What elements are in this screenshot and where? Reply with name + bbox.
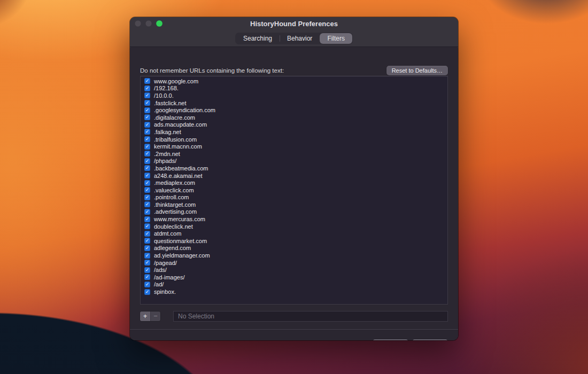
tab-searching[interactable]: Searching (236, 33, 280, 44)
filter-checkbox[interactable]: ✓ (144, 78, 150, 84)
tab-segmented-control: Searching Behavior Filters (235, 33, 353, 44)
filter-row[interactable]: ✓/phpads/ (141, 158, 447, 165)
filter-text: adlegend.com (154, 245, 191, 251)
filter-row[interactable]: ✓spinbox. (141, 288, 447, 295)
filter-checkbox[interactable]: ✓ (144, 267, 150, 273)
tab-behavior[interactable]: Behavior (280, 33, 320, 44)
filter-checkbox[interactable]: ✓ (144, 129, 150, 135)
filter-checkbox[interactable]: ✓ (144, 114, 150, 120)
filter-text: /10.0.0. (154, 92, 174, 99)
filter-row[interactable]: ✓.advertising.com (141, 208, 447, 216)
filter-text: kermit.macnn.com (154, 143, 202, 150)
filter-checkbox[interactable]: ✓ (144, 100, 150, 106)
filter-text: /ad/ (154, 281, 164, 287)
minimize-button[interactable] (145, 20, 152, 27)
filter-row[interactable]: ✓kermit.macnn.com (141, 143, 447, 150)
filter-text: atdmt.com (154, 230, 181, 237)
filter-checkbox[interactable]: ✓ (144, 187, 150, 193)
window-title: HistoryHound Preferences (130, 20, 458, 28)
filter-checkbox[interactable]: ✓ (144, 85, 150, 91)
cancel-button[interactable]: Cancel (373, 339, 408, 340)
filter-row[interactable]: ✓/ads/ (141, 266, 447, 274)
filter-checkbox[interactable]: ✓ (144, 260, 150, 266)
filter-row[interactable]: ✓.valueclick.com (141, 186, 447, 194)
filter-checkbox[interactable]: ✓ (144, 194, 150, 200)
filter-text: ad.yieldmanager.com (154, 252, 210, 259)
filter-row[interactable]: ✓a248.e.akamai.net (141, 172, 447, 180)
preferences-window: HistoryHound Preferences Searching Behav… (130, 17, 458, 340)
filter-text: .thinktarget.com (154, 201, 196, 208)
filter-checkbox[interactable]: ✓ (144, 158, 150, 164)
filter-row[interactable]: ✓ad.yieldmanager.com (141, 252, 447, 259)
filter-row[interactable]: ✓www.google.com (141, 77, 447, 85)
filter-checkbox[interactable]: ✓ (144, 245, 150, 251)
filter-checkbox[interactable]: ✓ (144, 201, 150, 207)
filter-checkbox[interactable]: ✓ (144, 107, 150, 113)
filter-text: .digitalacre.com (154, 114, 195, 121)
filter-checkbox[interactable]: ✓ (144, 173, 150, 178)
filter-row[interactable]: ✓.tribalfusion.com (141, 136, 447, 143)
filter-text: ads.macupdate.com (154, 121, 207, 128)
filter-text: .advertising.com (154, 208, 197, 215)
filter-checkbox[interactable]: ✓ (144, 165, 150, 171)
filter-row[interactable]: ✓doubleclick.net (141, 223, 447, 230)
filter-text: /ad-images/ (154, 274, 184, 280)
filter-checkbox[interactable]: ✓ (144, 238, 150, 244)
filter-checkbox[interactable]: ✓ (144, 223, 150, 229)
remove-filter-button[interactable]: − (150, 311, 160, 321)
filter-checkbox[interactable]: ✓ (144, 282, 150, 287)
reset-to-defaults-button[interactable]: Reset to Defaults… (386, 66, 448, 75)
filter-checkbox[interactable]: ✓ (144, 231, 150, 237)
filter-edit-field[interactable]: No Selection (173, 311, 448, 322)
close-button[interactable] (135, 20, 141, 27)
add-filter-button[interactable]: + (140, 311, 150, 321)
filter-row[interactable]: ✓.backbeatmedia.com (141, 165, 447, 172)
filter-row[interactable]: ✓.thinktarget.com (141, 201, 447, 208)
filter-text: .tribalfusion.com (154, 136, 197, 143)
filter-checkbox[interactable]: ✓ (144, 136, 150, 142)
filter-row[interactable]: ✓.pointroll.com (141, 194, 447, 201)
filter-checkbox[interactable]: ✓ (144, 92, 150, 98)
filter-row[interactable]: ✓/192.168. (141, 85, 447, 92)
no-selection-placeholder: No Selection (178, 313, 214, 320)
filter-checkbox[interactable]: ✓ (144, 122, 150, 128)
filter-list[interactable]: ✓www.google.com✓/192.168.✓/10.0.0.✓.fast… (140, 76, 448, 305)
filter-checkbox[interactable]: ✓ (144, 289, 150, 295)
tab-filters[interactable]: Filters (320, 33, 352, 44)
filter-text: /192.168. (154, 85, 179, 91)
filter-row[interactable]: ✓.googlesyndication.com (141, 106, 447, 114)
filter-row[interactable]: ✓ads.macupdate.com (141, 121, 447, 129)
filter-text: /pagead/ (154, 260, 177, 266)
dialog-button-bar: Cancel OK (130, 329, 458, 340)
filter-row[interactable]: ✓/ad/ (141, 281, 447, 289)
filter-row[interactable]: ✓adlegend.com (141, 245, 447, 252)
ok-button[interactable]: OK (412, 339, 448, 340)
filter-row[interactable]: ✓.mediaplex.com (141, 179, 447, 186)
filter-row[interactable]: ✓/10.0.0. (141, 92, 447, 99)
titlebar[interactable]: HistoryHound Preferences (130, 17, 458, 30)
filter-row[interactable]: ✓.falkag.net (141, 128, 447, 136)
filter-row[interactable]: ✓atdmt.com (141, 230, 447, 237)
filter-text: .falkag.net (154, 129, 181, 135)
filter-row[interactable]: ✓/pagead/ (141, 259, 447, 267)
filter-row[interactable]: ✓.digitalacre.com (141, 114, 447, 121)
filter-row[interactable]: ✓questionmarket.com (141, 237, 447, 245)
filter-text: a248.e.akamai.net (154, 173, 203, 179)
filter-checkbox[interactable]: ✓ (144, 216, 150, 222)
filter-row[interactable]: ✓.2mdn.net (141, 150, 447, 158)
filter-list-label: Do not remember URLs containing the foll… (140, 67, 284, 74)
filter-checkbox[interactable]: ✓ (144, 274, 150, 280)
filter-checkbox[interactable]: ✓ (144, 209, 150, 215)
filter-text: .2mdn.net (154, 151, 180, 157)
filter-row[interactable]: ✓.fastclick.net (141, 99, 447, 107)
filter-row[interactable]: ✓www.mercuras.com (141, 215, 447, 223)
filter-text: .fastclick.net (154, 100, 187, 106)
filter-row[interactable]: ✓/ad-images/ (141, 274, 447, 281)
filter-checkbox[interactable]: ✓ (144, 180, 150, 186)
zoom-button[interactable] (156, 20, 163, 27)
filter-checkbox[interactable]: ✓ (144, 144, 150, 150)
filter-checkbox[interactable]: ✓ (144, 253, 150, 259)
filter-text: .valueclick.com (154, 187, 194, 193)
tab-bar: Searching Behavior Filters (130, 30, 458, 47)
filter-checkbox[interactable]: ✓ (144, 151, 150, 157)
